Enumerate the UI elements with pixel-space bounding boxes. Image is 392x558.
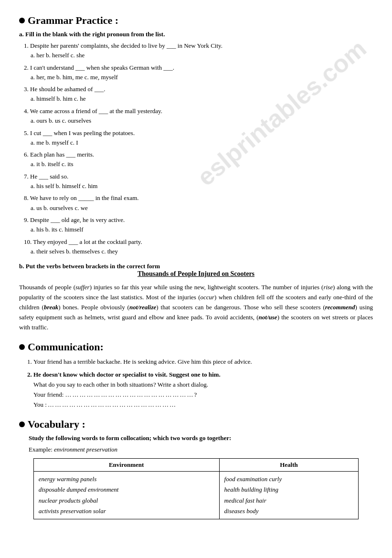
env-row-4: activists preservation solar bbox=[39, 506, 214, 516]
q7-text: He ___ said so. bbox=[30, 173, 68, 180]
q6-answers: a. it b. itself c. its bbox=[24, 159, 373, 169]
q3-num: 3. bbox=[24, 85, 29, 93]
q9-text: Despite ___ old age, he is very active. bbox=[30, 216, 125, 223]
grammar-section: Grammar Practice : a. Fill in the blank … bbox=[19, 14, 373, 332]
bullet-dot bbox=[19, 18, 25, 23]
q7-answers: a. his self b. himself c. him bbox=[24, 181, 373, 191]
friend-dots: ………………………………………………? bbox=[65, 391, 198, 398]
q1-num: 1. bbox=[24, 42, 29, 49]
list-item: 5. I cut ___ when I was peeling the pota… bbox=[24, 128, 373, 147]
example-text: environment preservation bbox=[54, 446, 117, 453]
q10-text: They enjoyed ___ a lot at the cocktail p… bbox=[33, 238, 142, 245]
q3-answers: a. himself b. him c. he bbox=[24, 94, 373, 104]
you-label: You bbox=[33, 401, 43, 408]
q5-answers: a. me b. myself c. I bbox=[24, 138, 373, 147]
q6-num: 6. bbox=[24, 151, 29, 158]
grammar-title-text: Grammar Practice : bbox=[28, 14, 118, 27]
vocab-example: Example: environment preservation bbox=[19, 446, 373, 453]
q10-answers: a. their selves b. themselves c. they bbox=[24, 247, 373, 256]
q8-text: We have to rely on _____ in the final ex… bbox=[30, 194, 139, 201]
bullet-dot-3 bbox=[19, 421, 25, 427]
q6-text: Each plan has ___ merits. bbox=[30, 151, 94, 158]
you-dots: :……………………………………………… bbox=[45, 401, 177, 408]
communication-title: Communication: bbox=[19, 341, 373, 353]
comm-text-1: Your friend has a terrible backache. He … bbox=[33, 358, 252, 365]
vocab-instruction: Study the following words to form colloc… bbox=[19, 434, 373, 442]
part-b-header: b. Put the verbs between brackets in the… bbox=[19, 263, 373, 270]
list-item: 8. We have to rely on _____ in the final… bbox=[24, 193, 373, 212]
table-row: energy warming panels disposable dumped … bbox=[33, 472, 359, 519]
list-item: 6. Each plan has ___ merits. a. it b. it… bbox=[24, 150, 373, 169]
comm-item-2: He doesn't know which doctor or speciali… bbox=[33, 370, 373, 410]
env-row-2: disposable dumped environment bbox=[39, 484, 214, 495]
part-b-container: b. Put the verbs between brackets in the… bbox=[19, 263, 373, 332]
env-row-3: nuclear products global bbox=[39, 495, 214, 506]
health-row-1: food examination curly bbox=[224, 474, 354, 484]
q4-text: We came across a friend of ___ at the ma… bbox=[30, 107, 162, 115]
vocab-table: Environment Health energy warming panels… bbox=[33, 458, 359, 519]
col2-header: Health bbox=[219, 459, 359, 472]
part-b-label: b. bbox=[19, 263, 24, 270]
comm-item-1: Your friend has a terrible backache. He … bbox=[33, 357, 373, 367]
bullet-dot-2 bbox=[19, 344, 25, 350]
q4-answers: a. ours b. us c. ourselves bbox=[24, 116, 373, 126]
q2-num: 2. bbox=[24, 64, 29, 71]
health-row-3: medical fast hair bbox=[224, 495, 354, 506]
example-label: Example: bbox=[29, 446, 53, 453]
q4-num: 4. bbox=[24, 107, 29, 115]
vocabulary-section: Vocabulary : Study the following words t… bbox=[19, 418, 373, 519]
list-item: 3. He should be ashamed of ___. a. himse… bbox=[24, 84, 373, 104]
health-row-2: health building lifting bbox=[224, 484, 354, 495]
env-row-1: energy warming panels bbox=[39, 474, 214, 484]
communication-section: Communication: Your friend has a terribl… bbox=[19, 341, 373, 410]
list-item: 7. He ___ said so. a. his self b. himsel… bbox=[24, 172, 373, 191]
list-item: 10. They enjoyed ___ a lot at the cockta… bbox=[24, 237, 373, 256]
q9-answers: a. his b. its c. himself bbox=[24, 225, 373, 234]
q1-text: Despite her parents' complaints, she dec… bbox=[30, 42, 222, 49]
q5-num: 5. bbox=[24, 129, 29, 137]
env-col: energy warming panels disposable dumped … bbox=[33, 472, 219, 519]
q8-answers: a. us b. ourselves c. we bbox=[24, 203, 373, 213]
communication-title-text: Communication: bbox=[28, 341, 104, 353]
col1-header: Environment bbox=[33, 459, 219, 472]
q10-num: 10. bbox=[24, 238, 32, 245]
part-a-instruction: Fill in the blank with the right pronoun… bbox=[25, 31, 165, 38]
list-item: 1. Despite her parents' complaints, she … bbox=[24, 41, 373, 60]
questions-list: 1. Despite her parents' complaints, she … bbox=[19, 41, 373, 256]
comm-you-line: You :……………………………………………… bbox=[33, 400, 373, 410]
article-body: Thousands of people (suffer) injuries so… bbox=[19, 283, 373, 332]
comm-friend-line: Your friend: ………………………………………………? bbox=[33, 390, 373, 400]
q2-text: I can't understand ___ when she speaks G… bbox=[30, 64, 174, 71]
q2-answers: a. her, me b. him, me c. me, myself bbox=[24, 73, 373, 82]
grammar-title: Grammar Practice : bbox=[19, 14, 373, 27]
vocabulary-title-text: Vocabulary : bbox=[28, 418, 85, 431]
health-col: food examination curly health building l… bbox=[219, 472, 359, 519]
q8-num: 8. bbox=[24, 194, 29, 201]
q3-text: He should be ashamed of ___. bbox=[30, 85, 105, 93]
part-a-label: a. bbox=[19, 31, 24, 38]
health-row-4: diseases body bbox=[224, 506, 354, 516]
q1-answers: a. her b. herself c. she bbox=[24, 51, 373, 60]
article-title: Thousands of People Injured on Scooters bbox=[19, 270, 373, 278]
list-item: 2. I can't understand ___ when she speak… bbox=[24, 63, 373, 82]
comm-subtext: What do you say to each other in both si… bbox=[33, 380, 373, 390]
q5-text: I cut ___ when I was peeling the potatoe… bbox=[30, 129, 135, 137]
part-b-instruction: Put the verbs between brackets in the co… bbox=[26, 263, 160, 270]
list-item: 4. We came across a friend of ___ at the… bbox=[24, 106, 373, 126]
q9-num: 9. bbox=[24, 216, 29, 223]
list-item: 9. Despite ___ old age, he is very activ… bbox=[24, 215, 373, 234]
q7-num: 7. bbox=[24, 173, 29, 180]
comm-text-2: He doesn't know which doctor or speciali… bbox=[33, 371, 221, 378]
vocabulary-title: Vocabulary : bbox=[19, 418, 373, 431]
friend-label: Your friend: bbox=[33, 391, 64, 398]
part-a-container: a. Fill in the blank with the right pron… bbox=[19, 31, 373, 38]
comm-list: Your friend has a terrible backache. He … bbox=[19, 357, 373, 410]
